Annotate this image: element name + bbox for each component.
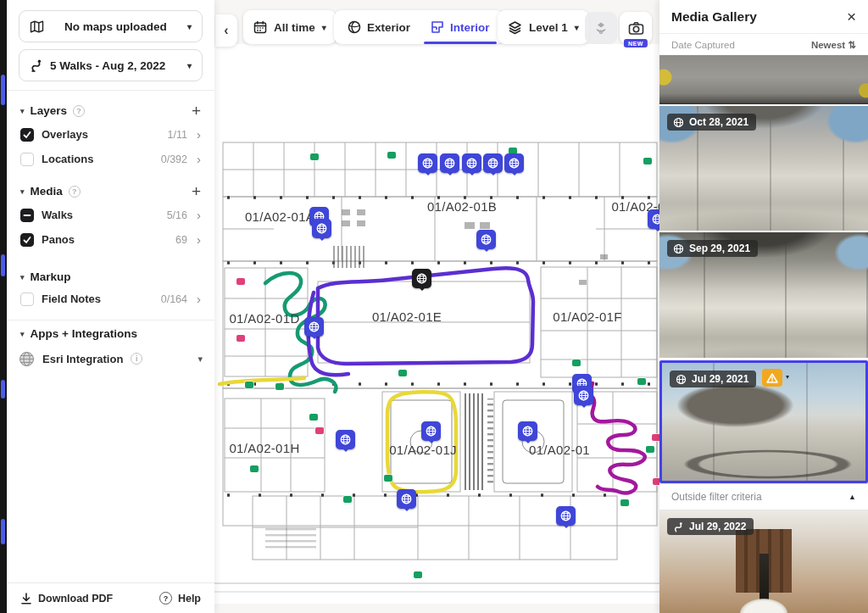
outside-filter-divider[interactable]: Outside filter criteria ▲ (659, 483, 868, 510)
pano-marker[interactable] (312, 219, 331, 238)
row-count: 0/392 (161, 153, 187, 165)
sort-order-button[interactable]: Newest ⇅ (811, 39, 856, 51)
walks-dropdown[interactable]: 5 Walks - Aug 2, 2022 ▾ (19, 49, 203, 81)
location-marker-green[interactable] (646, 446, 654, 453)
add-layer-button[interactable]: + (192, 103, 201, 119)
location-marker-green[interactable] (637, 378, 646, 385)
pano-marker[interactable] (336, 430, 355, 449)
help-button[interactable]: ? Help (159, 592, 201, 605)
row-label: Panos (42, 233, 75, 246)
location-marker-green[interactable] (245, 382, 253, 388)
walk-icon (673, 521, 684, 532)
section-header-layers[interactable]: ▾ Layers ? + (20, 103, 201, 119)
time-filter-label: All time (274, 21, 315, 34)
view-tabs: Exterior Interior (334, 10, 504, 44)
chevron-right-icon[interactable]: › (197, 152, 201, 166)
chevron-down-icon[interactable]: ▾ (198, 354, 203, 365)
overlay-toggle-button[interactable] (585, 12, 617, 44)
chevron-right-icon[interactable]: › (197, 292, 201, 306)
tab-exterior[interactable]: Exterior (337, 10, 420, 44)
chevron-down-icon: ▾ (187, 22, 192, 31)
gallery-item-partial[interactable] (659, 55, 868, 104)
pano-marker[interactable] (462, 153, 481, 173)
warning-icon[interactable] (762, 369, 782, 387)
location-marker-green[interactable] (387, 152, 396, 159)
location-marker-green[interactable] (310, 153, 319, 160)
checkbox-panos[interactable] (20, 233, 34, 247)
pano-marker[interactable] (648, 209, 659, 229)
pano-marker-selected[interactable] (412, 269, 431, 288)
checkbox-overlays[interactable] (20, 128, 34, 142)
section-header-apps[interactable]: ▾ Apps + Integrations (20, 327, 201, 340)
pano-marker[interactable] (504, 153, 524, 173)
sidebar-row-panos[interactable]: Panos 69 › (19, 227, 203, 252)
rail-indicator (1, 519, 5, 544)
location-marker-green[interactable] (250, 465, 259, 472)
level-dropdown[interactable]: Level 1 ▾ (498, 10, 589, 44)
layers-icon (508, 20, 522, 35)
location-marker-pink[interactable] (236, 335, 245, 342)
pano-marker[interactable] (476, 230, 496, 249)
chevron-right-icon[interactable]: › (197, 208, 201, 222)
location-marker-green[interactable] (572, 359, 581, 366)
location-marker-green[interactable] (414, 571, 422, 578)
location-marker-green[interactable] (343, 496, 352, 503)
location-marker-green[interactable] (275, 383, 284, 390)
help-icon: ? (159, 592, 172, 605)
location-marker-green[interactable] (309, 414, 318, 421)
sidebar-row-walks[interactable]: Walks 5/16 › (19, 203, 203, 227)
location-marker-pink[interactable] (236, 278, 245, 285)
chevron-right-icon[interactable]: › (197, 127, 201, 142)
sidebar-row-esri-integration[interactable]: Esri Integration i ▾ (19, 345, 203, 372)
section-header-media[interactable]: ▾ Media ? + (20, 183, 201, 199)
section-header-markup[interactable]: ▾ Markup (20, 270, 201, 283)
chevron-right-icon[interactable]: › (197, 232, 201, 247)
divider (7, 90, 214, 91)
gallery-item[interactable]: Oct 28, 2021 (659, 106, 868, 231)
info-icon: i (131, 353, 142, 365)
time-filter-dropdown[interactable]: All time ▾ (243, 10, 337, 44)
checkbox-locations[interactable] (20, 153, 34, 166)
sidebar-row-field-notes[interactable]: Field Notes 0/164 › (19, 287, 203, 311)
sidebar-row-overlays[interactable]: Overlays 1/11 › (19, 122, 203, 147)
add-media-button[interactable]: + (192, 183, 201, 199)
chevron-down-icon[interactable]: ▾ (786, 373, 789, 381)
gallery-item[interactable]: Sep 29, 2021 (659, 232, 868, 358)
download-icon (20, 593, 32, 605)
maps-dropdown[interactable]: No maps uploaded ▾ (19, 10, 203, 42)
pano-marker[interactable] (440, 153, 459, 173)
capture-date: Sep 29, 2021 (689, 242, 750, 254)
pano-marker[interactable] (418, 153, 437, 173)
pano-marker[interactable] (483, 153, 503, 173)
rail-indicator (1, 254, 5, 276)
checkbox-walks[interactable] (20, 209, 34, 222)
collapse-sidebar-button[interactable]: ‹ (215, 14, 237, 47)
location-marker-pink[interactable] (653, 478, 659, 485)
checkbox-field-notes[interactable] (20, 293, 34, 306)
location-marker-green[interactable] (384, 475, 392, 482)
new-badge: NEW (624, 39, 648, 47)
location-marker-green[interactable] (620, 499, 629, 506)
location-marker-pink[interactable] (652, 434, 659, 441)
gallery-item-selected[interactable]: Jul 29, 2021 ▾ (659, 360, 868, 483)
location-marker-green[interactable] (643, 158, 652, 164)
pano-marker[interactable] (574, 386, 593, 405)
pano-marker[interactable] (421, 421, 441, 441)
pano-marker[interactable] (556, 506, 576, 526)
pano-marker[interactable] (397, 489, 416, 509)
pano-marker[interactable] (518, 421, 537, 441)
chevron-down-icon: ▾ (322, 23, 326, 32)
download-pdf-button[interactable]: Download PDF (20, 593, 113, 605)
pano-marker[interactable] (304, 317, 324, 337)
gallery-item[interactable]: Jul 29, 2022 (659, 510, 868, 613)
close-icon[interactable]: × (847, 8, 856, 25)
sidebar-row-locations[interactable]: Locations 0/392 › (19, 147, 203, 171)
camera-button[interactable]: NEW (620, 12, 652, 44)
help-icon: ? (69, 186, 81, 198)
section-title: Markup (31, 270, 71, 283)
tab-interior[interactable]: Interior (420, 10, 500, 44)
location-marker-green[interactable] (398, 370, 407, 376)
360-pano-icon (673, 117, 684, 128)
location-marker-pink[interactable] (315, 427, 324, 434)
floor-plan-canvas[interactable]: 01/A02-01A01/A02-01B01/A02-01C01/A02-01D… (214, 0, 659, 613)
